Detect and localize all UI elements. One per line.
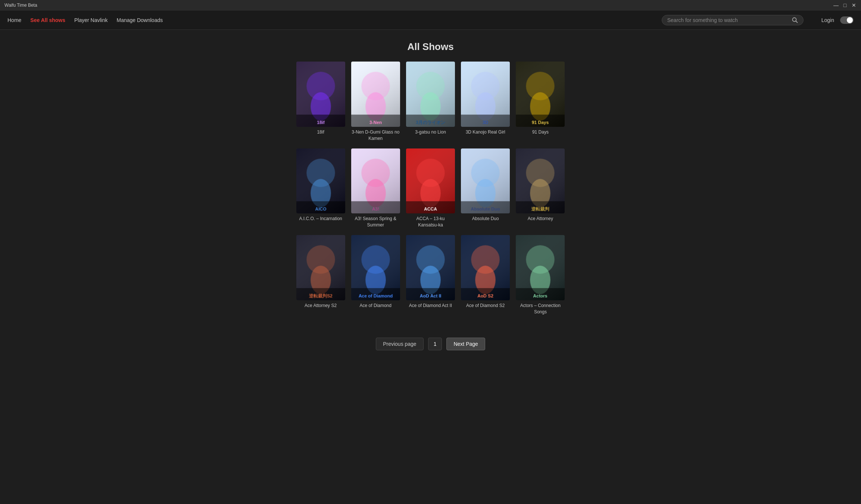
- maximize-button[interactable]: □: [842, 3, 848, 8]
- show-card[interactable]: ACCA – 13-ku Kansatsu-ka: [406, 148, 455, 229]
- minimize-button[interactable]: —: [833, 3, 839, 8]
- show-card[interactable]: Ace of Diamond: [351, 235, 400, 315]
- show-thumbnail-image: [406, 235, 455, 300]
- show-card[interactable]: Ace of Diamond S2: [461, 235, 510, 315]
- show-card[interactable]: 3-Nen D-Gumi Glass no Kamen: [351, 62, 400, 142]
- show-name-label: Ace of Diamond: [351, 303, 400, 309]
- show-thumbnail-image: [351, 62, 400, 127]
- pagination: Previous page 1 Next Page: [296, 330, 565, 365]
- show-thumbnail-image: [296, 62, 345, 127]
- show-card[interactable]: A.I.C.O. – Incarnation: [296, 148, 345, 229]
- nav-right: Login: [821, 16, 854, 24]
- show-card[interactable]: 18if: [296, 62, 345, 142]
- show-card[interactable]: Ace Attorney S2: [296, 235, 345, 315]
- show-card[interactable]: 91 Days: [516, 62, 565, 142]
- svg-line-1: [796, 21, 797, 22]
- show-card[interactable]: Absolute Duo: [461, 148, 510, 229]
- search-button[interactable]: [792, 17, 798, 23]
- show-name-label: 3-Nen D-Gumi Glass no Kamen: [351, 129, 400, 142]
- nav-manage-downloads[interactable]: Manage Downloads: [116, 16, 163, 25]
- show-thumbnail-image: [296, 148, 345, 214]
- show-name-label: A3! Season Spring & Summer: [351, 216, 400, 228]
- show-thumbnail-image: [461, 235, 510, 300]
- window-controls: — □ ✕: [833, 3, 857, 8]
- show-thumbnail-image: [351, 235, 400, 300]
- nav-bar: Home See All shows Player Navlink Manage…: [0, 10, 861, 30]
- show-thumbnail-image: [406, 148, 455, 214]
- show-grid: 18if3-Nen D-Gumi Glass no Kamen3-gatsu n…: [296, 62, 565, 315]
- show-thumbnail-image: [296, 235, 345, 300]
- show-card[interactable]: 3-gatsu no Lion: [406, 62, 455, 142]
- toggle-knob: [847, 17, 853, 23]
- main-content: All Shows 18if3-Nen D-Gumi Glass no Kame…: [289, 30, 573, 376]
- login-button[interactable]: Login: [821, 17, 834, 23]
- nav-see-all-shows[interactable]: See All shows: [30, 16, 65, 25]
- show-name-label: 3D Kanojo Real Girl: [461, 129, 510, 135]
- title-bar: Waifu Time Beta — □ ✕: [0, 0, 861, 10]
- show-card[interactable]: Ace of Diamond Act II: [406, 235, 455, 315]
- show-name-label: Ace Attorney S2: [296, 303, 345, 309]
- show-thumbnail-image: [516, 235, 565, 300]
- search-input[interactable]: [667, 17, 792, 23]
- show-card[interactable]: A3! Season Spring & Summer: [351, 148, 400, 229]
- search-icon: [792, 17, 798, 23]
- nav-player-navlink[interactable]: Player Navlink: [74, 16, 107, 25]
- nav-home[interactable]: Home: [7, 16, 21, 25]
- theme-toggle[interactable]: [840, 16, 854, 24]
- close-button[interactable]: ✕: [851, 3, 857, 8]
- show-card[interactable]: Actors – Connection Songs: [516, 235, 565, 315]
- show-name-label: Ace Attorney: [516, 216, 565, 222]
- show-name-label: A.I.C.O. – Incarnation: [296, 216, 345, 222]
- show-card[interactable]: 3D Kanojo Real Girl: [461, 62, 510, 142]
- show-name-label: Ace of Diamond Act II: [406, 303, 455, 309]
- app-title: Waifu Time Beta: [4, 3, 37, 8]
- search-bar: [662, 15, 804, 25]
- show-name-label: 3-gatsu no Lion: [406, 129, 455, 135]
- show-thumbnail-image: [516, 62, 565, 127]
- show-name-label: Ace of Diamond S2: [461, 303, 510, 309]
- next-page-button[interactable]: Next Page: [446, 338, 485, 350]
- show-thumbnail-image: [351, 148, 400, 214]
- show-thumbnail-image: [461, 148, 510, 214]
- show-name-label: 91 Days: [516, 129, 565, 135]
- current-page-number: 1: [428, 338, 442, 350]
- show-thumbnail-image: [461, 62, 510, 127]
- show-thumbnail-image: [406, 62, 455, 127]
- show-card[interactable]: Ace Attorney: [516, 148, 565, 229]
- show-name-label: ACCA – 13-ku Kansatsu-ka: [406, 216, 455, 228]
- show-name-label: 18if: [296, 129, 345, 135]
- previous-page-button[interactable]: Previous page: [376, 338, 424, 350]
- show-name-label: Actors – Connection Songs: [516, 303, 565, 315]
- page-title: All Shows: [296, 41, 565, 53]
- show-name-label: Absolute Duo: [461, 216, 510, 222]
- show-thumbnail-image: [516, 148, 565, 214]
